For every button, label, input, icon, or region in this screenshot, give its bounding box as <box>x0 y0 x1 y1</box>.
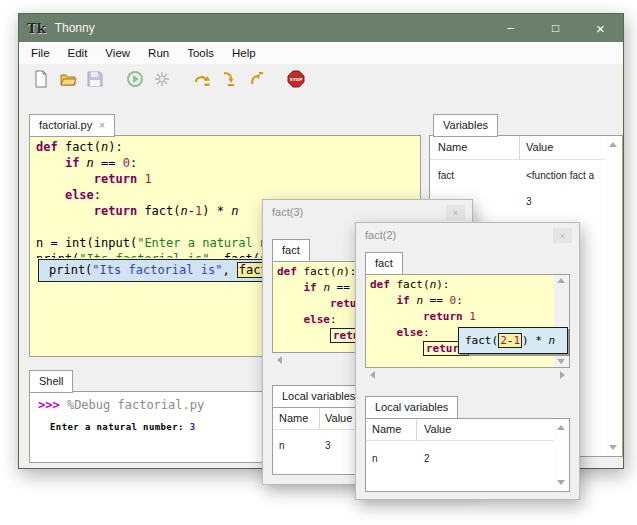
step-over-button[interactable] <box>190 67 214 91</box>
new-file-icon <box>32 70 50 88</box>
variable-row-n[interactable]: n 2 <box>366 447 569 471</box>
stop-button[interactable]: STOP <box>284 67 308 91</box>
maximize-button[interactable]: □ <box>533 14 578 42</box>
scroll-down-icon[interactable] <box>557 359 565 364</box>
new-file-button[interactable] <box>29 67 53 91</box>
scroll-up-icon[interactable] <box>557 278 565 283</box>
step-out-button[interactable] <box>244 67 268 91</box>
step-over-icon <box>193 70 211 88</box>
menu-item-tools[interactable]: Tools <box>178 44 223 62</box>
menu-bar: File Edit View Run Tools Help <box>19 42 623 64</box>
local-variables-tab[interactable]: Local variables <box>365 396 458 419</box>
frame-close-button[interactable]: × <box>553 228 572 243</box>
step-into-icon <box>220 70 238 88</box>
open-folder-icon <box>59 70 77 88</box>
thonny-logo-icon: Tk <box>27 21 46 36</box>
local-variables-table-fact2: Name Value n 2 <box>365 418 570 492</box>
minimize-icon: – <box>507 21 514 35</box>
menu-item-edit[interactable]: Edit <box>59 44 97 62</box>
frame-close-button[interactable]: × <box>446 205 465 220</box>
editor-tab-label: factorial.py <box>39 119 92 131</box>
run-play-icon <box>126 70 144 88</box>
tab-close-icon[interactable]: × <box>99 120 105 131</box>
variables-tab-label: Variables <box>443 119 488 131</box>
column-header-value: Value <box>526 141 553 153</box>
scroll-up-icon[interactable] <box>609 142 617 147</box>
column-divider <box>519 136 520 160</box>
scroll-left-icon[interactable] <box>277 356 282 364</box>
frame-tab-fact[interactable]: fact <box>365 252 403 275</box>
close-icon: × <box>453 208 458 218</box>
close-icon: × <box>596 20 605 37</box>
frame-tab-label: fact <box>375 257 393 269</box>
variable-name: n <box>279 440 285 451</box>
evaluated-expression-box: fact(2-1) * n <box>458 327 568 354</box>
variable-value: 2 <box>424 453 549 464</box>
open-file-button[interactable] <box>56 67 80 91</box>
debug-star-icon <box>153 70 171 88</box>
scroll-up-icon[interactable] <box>557 425 565 430</box>
column-header-value: Value <box>325 412 352 424</box>
frame-hscrollbar[interactable] <box>365 368 570 383</box>
frame-tab-fact[interactable]: fact <box>272 239 310 262</box>
step-out-icon <box>247 70 265 88</box>
tab-variables[interactable]: Variables <box>433 114 498 137</box>
minimize-button[interactable]: – <box>488 14 533 42</box>
variable-row-fact[interactable]: fact <function fact a <box>430 164 622 188</box>
code-line: def fact(n): <box>370 277 569 293</box>
close-icon: × <box>560 231 565 241</box>
local-variables-label: Local variables <box>282 390 355 402</box>
column-header-name: Name <box>372 423 401 435</box>
scroll-left-icon[interactable] <box>370 371 375 379</box>
frame-tab-label: fact <box>282 244 300 256</box>
local-variables-label: Local variables <box>375 401 448 413</box>
frame-title[interactable]: fact(2) <box>365 229 396 241</box>
save-file-button[interactable] <box>83 67 107 91</box>
tab-shell[interactable]: Shell <box>29 370 73 393</box>
shell-tab-label: Shell <box>39 375 63 387</box>
toolbar: STOP <box>19 64 623 94</box>
menu-item-view[interactable]: View <box>96 44 139 62</box>
frame-title[interactable]: fact(3) <box>272 206 303 218</box>
variable-value: 3 <box>526 196 602 207</box>
variable-value: <function fact a <box>526 170 602 181</box>
column-header-value: Value <box>424 423 451 435</box>
close-button[interactable]: × <box>578 14 623 42</box>
title-bar[interactable]: Tk Thonny – □ × <box>19 14 623 42</box>
column-divider <box>416 419 417 441</box>
menu-item-help[interactable]: Help <box>223 44 265 62</box>
variables-header: Name Value <box>430 136 622 160</box>
save-floppy-icon <box>86 70 104 88</box>
variable-name: n <box>372 453 378 464</box>
maximize-icon: □ <box>552 21 559 35</box>
local-variables-tab[interactable]: Local variables <box>272 385 365 408</box>
menu-item-run[interactable]: Run <box>139 44 178 62</box>
scroll-right-icon[interactable] <box>560 371 565 379</box>
scroll-down-icon[interactable] <box>609 445 617 450</box>
stop-label: STOP <box>290 77 303 82</box>
local-variables-header: Name Value <box>366 419 569 441</box>
column-divider <box>319 408 320 430</box>
local-variables-scrollbar[interactable] <box>554 419 569 491</box>
code-line: if n == 0: <box>36 155 418 171</box>
run-script-button[interactable] <box>123 67 147 91</box>
stop-sign-icon: STOP <box>287 70 305 88</box>
debug-script-button[interactable] <box>150 67 174 91</box>
scroll-down-icon[interactable] <box>557 480 565 485</box>
column-header-name: Name <box>438 141 467 153</box>
code-line: return 1 <box>370 309 569 325</box>
code-line: return 1 <box>36 171 418 187</box>
code-line: def fact(n): <box>36 139 418 155</box>
menu-item-file[interactable]: File <box>22 44 59 62</box>
tab-factorial-py[interactable]: factorial.py× <box>29 114 115 137</box>
step-into-button[interactable] <box>217 67 241 91</box>
window-controls: – □ × <box>488 14 623 42</box>
variables-scrollbar[interactable] <box>605 136 622 456</box>
active-statement-box: print("Its factorial is", fact(3)) <box>38 259 276 282</box>
code-line: if n == 0: <box>370 293 569 309</box>
variable-name: fact <box>438 170 454 181</box>
window-title: Thonny <box>55 21 95 35</box>
column-header-name: Name <box>279 412 308 424</box>
